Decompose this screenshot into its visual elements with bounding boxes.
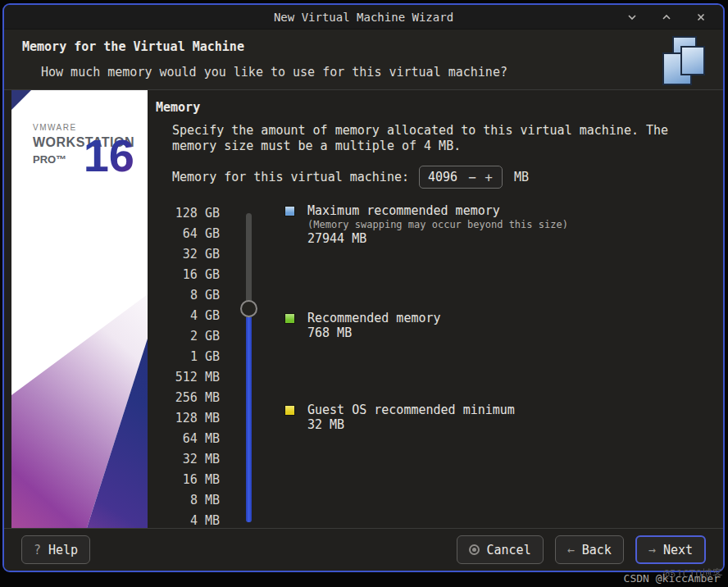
slider-tick-label: 128 GB — [169, 203, 220, 224]
indicator-title: Recommended memory — [307, 311, 441, 325]
slider-tick-label: 8 MB — [169, 490, 220, 511]
memory-amount-value[interactable]: 4096 — [428, 170, 464, 184]
memory-field-label: Memory for this virtual machine: — [172, 170, 409, 184]
cascade-windows-icon — [659, 34, 710, 87]
slider-tick-label: 4 GB — [169, 306, 220, 326]
increment-button[interactable]: + — [480, 170, 497, 185]
memory-slider-thumb[interactable] — [240, 300, 257, 317]
brand-version-16: 16 — [84, 133, 134, 179]
slider-tick-labels: 128 GB64 GB32 GB16 GB8 GB4 GB2 GB1 GB512… — [169, 203, 220, 531]
next-button[interactable]: → Next — [635, 535, 706, 564]
indicator-value: 32 MB — [307, 417, 515, 433]
vmware-branding-panel: VMWARE WORKSTATION PRO™ 16 — [11, 90, 148, 528]
memory-amount-spinbox[interactable]: 4096 − + — [419, 166, 503, 189]
page-subtitle: How much memory would you like to use fo… — [41, 65, 723, 80]
minimum-memory-square-icon — [284, 405, 295, 416]
slider-tick-label: 4 MB — [169, 511, 220, 531]
slider-tick-label: 64 GB — [169, 224, 220, 244]
window-title: New Virtual Machine Wizard — [4, 11, 723, 24]
memory-unit-label: MB — [514, 170, 529, 184]
help-button[interactable]: ? Help — [21, 535, 90, 564]
cancel-icon — [469, 544, 480, 555]
description-line: memory size must be a multiple of 4 MB. — [172, 139, 723, 154]
next-arrow-icon: → — [648, 543, 656, 557]
slider-tick-label: 32 MB — [169, 449, 220, 470]
max-memory-square-icon — [284, 206, 295, 216]
slider-tick-label: 16 MB — [169, 470, 220, 490]
watermark: @51CTO博客 CSDN @kiccAmber — [624, 572, 720, 587]
slider-tick-label: 512 MB — [169, 367, 220, 388]
memory-indicator: Maximum recommended memory(Memory swappi… — [284, 203, 568, 247]
indicator-value: 768 MB — [307, 325, 441, 341]
memory-slider: 128 GB64 GB32 GB16 GB8 GB4 GB2 GB1 GB512… — [156, 203, 723, 533]
page-title: Memory for the Virtual Machine — [22, 39, 723, 54]
help-icon: ? — [34, 543, 41, 557]
slider-track-fill — [246, 317, 252, 522]
maximize-icon[interactable] — [659, 10, 674, 25]
wizard-header: Memory for the Virtual Machine How much … — [4, 30, 723, 90]
memory-indicator: Recommended memory768 MB — [284, 311, 441, 341]
slider-tick-label: 128 MB — [169, 408, 220, 429]
description-line: Specify the amount of memory allocated t… — [172, 123, 723, 139]
sidebar-artwork — [11, 234, 148, 528]
decrement-button[interactable]: − — [464, 170, 480, 185]
back-arrow-icon: ← — [567, 543, 575, 557]
memory-settings-panel: Memory Specify the amount of memory allo… — [148, 90, 723, 528]
indicator-title: Maximum recommended memory — [307, 203, 568, 218]
slider-tick-label: 16 GB — [169, 265, 220, 285]
indicator-value: 27944 MB — [307, 231, 568, 247]
slider-tick-label: 256 MB — [169, 388, 220, 408]
slider-tick-label: 8 GB — [169, 285, 220, 306]
wizard-footer: ? Help Cancel ← Back → Next — [4, 528, 723, 571]
slider-tick-label: 32 GB — [169, 244, 220, 265]
slider-tick-label: 64 MB — [169, 429, 220, 449]
slider-tick-label: 2 GB — [169, 326, 220, 347]
title-bar: New Virtual Machine Wizard — [4, 5, 723, 30]
cancel-button[interactable]: Cancel — [457, 535, 544, 564]
indicator-note: (Memory swapping may occur beyond this s… — [307, 218, 568, 231]
close-icon[interactable] — [694, 10, 708, 25]
slider-tick-label: 1 GB — [169, 347, 220, 367]
back-button[interactable]: ← Back — [555, 535, 624, 564]
section-title: Memory — [156, 100, 723, 115]
memory-indicator: Guest OS recommended minimum32 MB — [284, 403, 515, 433]
wizard-window: New Virtual Machine Wizard Memory for th… — [2, 3, 725, 572]
watermark-primary: CSDN @kiccAmber — [624, 572, 720, 585]
recommended-memory-square-icon — [284, 313, 295, 324]
slider-track[interactable] — [246, 213, 252, 522]
indicator-title: Guest OS recommended minimum — [307, 403, 515, 417]
minimize-icon[interactable] — [625, 10, 639, 25]
